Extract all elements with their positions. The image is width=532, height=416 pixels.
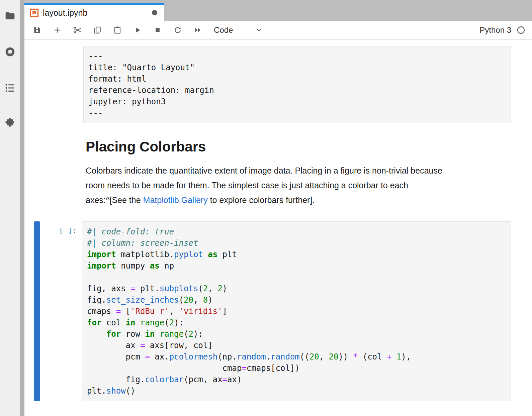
code-line: plt.show()	[87, 385, 506, 397]
cell-type-dropdown[interactable]: Code	[214, 25, 263, 35]
cell-input-prompt: [ ]:	[40, 221, 82, 401]
save-icon	[33, 26, 41, 34]
raw-line: ---	[88, 107, 506, 119]
fast-forward-icon	[193, 26, 202, 34]
code-line: fig, axs = plt.subplots(2, 2)	[87, 283, 506, 294]
insert-cell-button[interactable]	[47, 23, 67, 37]
cell-collapser[interactable]	[34, 221, 40, 401]
notebook-content: ---title: "Quarto Layout"format: htmlref…	[24, 39, 532, 416]
chevron-down-icon	[255, 26, 263, 34]
cell-type-value: Code	[214, 25, 233, 35]
scissors-icon	[73, 26, 82, 34]
main-panel: layout.ipynb	[24, 0, 532, 416]
cut-cells-button[interactable]	[67, 23, 87, 37]
copy-cells-button[interactable]	[87, 23, 107, 37]
matplotlib-gallery-link[interactable]: Matplotlib Gallery	[143, 195, 208, 205]
restart-run-all-button[interactable]	[188, 23, 208, 37]
raw-line: jupyter: python3	[88, 96, 506, 107]
raw-line: reference-location: margin	[88, 85, 506, 96]
play-icon	[133, 26, 142, 34]
code-line: pcm = ax.pcolormesh(np.random.random((20…	[87, 351, 506, 362]
paragraph-line: axes:^[See the Matplotlib Gallery to exp…	[86, 193, 511, 207]
file-browser-icon[interactable]	[5, 10, 15, 21]
code-line: cmaps = ['RdBu_r', 'viridis']	[87, 306, 506, 317]
code-line: fig.colorbar(pcm, ax=ax)	[87, 374, 506, 385]
stop-icon	[153, 26, 162, 34]
clipboard-icon	[113, 26, 122, 34]
save-button[interactable]	[27, 23, 47, 37]
raw-line: format: html	[88, 73, 506, 85]
code-line: for row in range(2):	[87, 328, 506, 340]
tab-layout-ipynb[interactable]: layout.ipynb	[24, 3, 164, 21]
restart-icon	[173, 26, 182, 34]
run-cell-button[interactable]	[127, 23, 148, 37]
code-cell-editor[interactable]: #| code-fold: true#| column: screen-inse…	[82, 221, 511, 401]
code-line: #| code-fold: true	[87, 226, 506, 237]
code-line	[87, 272, 506, 283]
paragraph-line: Colorbars indicate the quantitative exte…	[86, 163, 511, 178]
paste-cells-button[interactable]	[107, 23, 127, 37]
raw-line: title: "Quarto Layout"	[88, 62, 506, 73]
tab-bar: layout.ipynb	[24, 0, 532, 21]
left-sidebar	[0, 0, 20, 416]
kernel-name[interactable]: Python 3	[479, 25, 511, 35]
notebook-icon	[30, 8, 39, 17]
code-line: import numpy as np	[87, 260, 506, 272]
sidebar-divider	[20, 0, 24, 416]
interrupt-kernel-button[interactable]	[148, 23, 168, 37]
paragraph-line: room needs to be made for them. The simp…	[86, 178, 511, 193]
code-line: ax = axs[row, col]	[87, 340, 506, 351]
raw-cell-editor[interactable]: ---title: "Quarto Layout"format: htmlref…	[83, 46, 511, 123]
tab-title: layout.ipynb	[43, 8, 87, 18]
code-line: #| column: screen-inset	[87, 237, 506, 249]
kernel-status-icon[interactable]	[517, 26, 525, 34]
running-sessions-icon[interactable]	[5, 46, 15, 57]
raw-line: ---	[88, 50, 506, 62]
copy-icon	[93, 26, 102, 34]
code-cell: [ ]: #| code-fold: true#| column: screen…	[34, 221, 511, 401]
code-line: cmap=cmaps[col])	[87, 362, 506, 374]
restart-kernel-button[interactable]	[168, 23, 188, 37]
table-of-contents-icon[interactable]	[5, 83, 15, 93]
markdown-heading: Placing Colorbars	[86, 138, 511, 155]
code-line: import matplotlib.pyplot as plt	[87, 249, 506, 260]
extension-manager-icon[interactable]	[5, 117, 15, 128]
notebook-toolbar: Code Python 3	[24, 21, 532, 39]
code-line: for col in range(2):	[87, 317, 506, 328]
plus-icon	[53, 26, 62, 34]
jupyterlab-app: layout.ipynb	[0, 0, 532, 416]
unsaved-changes-dot	[152, 10, 157, 15]
markdown-paragraph: Colorbars indicate the quantitative exte…	[86, 163, 511, 207]
code-line: fig.set_size_inches(20, 8)	[87, 294, 506, 306]
